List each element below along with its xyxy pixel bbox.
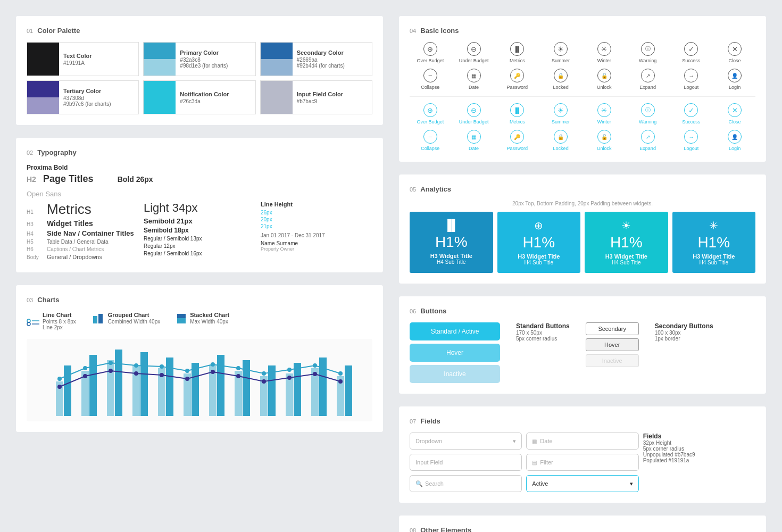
typography-title: 02 Typography — [27, 148, 372, 156]
buttons-section: 06 Buttons Standard / Active Hover Inact… — [399, 296, 766, 394]
icon-over-budget-active: ⊕ Over Budget — [410, 103, 451, 124]
other-elements-section: 08 Other Elements Sliders -50% 50% — [399, 516, 766, 532]
svg-point-51 — [236, 374, 240, 378]
icon-unlock-active: 🔓 Unlock — [584, 130, 625, 151]
buttons-title: 06 Buttons — [410, 307, 755, 315]
icon-login-active: 👤 Login — [714, 130, 755, 151]
h3-row: H3 Widget Titles — [27, 219, 138, 228]
svg-point-43 — [338, 371, 343, 376]
buttons-layout: Standard / Active Hover Inactive Standar… — [410, 322, 755, 383]
color-swatch-text: Text Color #19191A — [27, 42, 139, 76]
analytics-note: 20px Top, Bottom Padding, 20px Padding b… — [410, 201, 755, 206]
icon-under-budget-active: ⊖ Under Budget — [453, 103, 495, 124]
svg-rect-21 — [217, 355, 224, 416]
standard-inactive-button: Inactive — [410, 365, 500, 383]
icon-unlock: 🔓 Unlock — [584, 69, 625, 90]
chart-visualization — [27, 339, 372, 421]
h2-row: H2 Page Titles Bold 26px — [27, 173, 372, 185]
typo-col2: Light 34px Semibold 21px Semibold 18px R… — [144, 201, 255, 262]
svg-point-40 — [262, 371, 266, 376]
svg-point-53 — [287, 376, 292, 380]
date-field[interactable]: ▦ Date — [526, 433, 638, 450]
line-chart-icon — [27, 315, 39, 326]
icon-collapse-active: − Collapse — [410, 130, 451, 151]
svg-rect-6 — [177, 318, 186, 323]
color-swatch-notification: Notification Color #26c3da — [143, 80, 255, 114]
secondary-hover-button[interactable]: Hover — [586, 338, 639, 351]
h1-row: H1 Metrics — [27, 201, 138, 218]
svg-rect-7 — [177, 314, 186, 318]
color-swatch-input: Input Field Color #b7bac9 — [260, 80, 372, 114]
svg-rect-13 — [115, 350, 122, 416]
chart-meta: Line Chart Points 8 x 8px Line 2px — [27, 311, 372, 330]
svg-point-32 — [57, 377, 62, 381]
basic-icons-section: 04 Basic Icons ⊕ Over Budget ⊖ Under Bud… — [399, 16, 766, 162]
typo-grid: H1 Metrics H3 Widget Titles H4 Side Nav … — [27, 201, 372, 262]
icon-locked-active: 🔒 Locked — [540, 130, 581, 151]
icon-logout-active: → Logout — [671, 130, 712, 151]
svg-point-0 — [27, 319, 30, 322]
h4-row: H4 Side Nav / Container Titles — [27, 229, 138, 237]
svg-point-39 — [236, 366, 240, 370]
icon-warning-active: ⓘ Warning — [627, 103, 669, 124]
icons-row-1: ⊕ Over Budget ⊖ Under Budget ▐▌ Metrics … — [410, 42, 755, 151]
active-select[interactable]: Active ▾ — [526, 475, 638, 492]
color-palette-section: 01 Color Palette Text Color #19191A Prim… — [16, 16, 383, 125]
svg-rect-11 — [89, 355, 97, 416]
color-palette-title: 01 Color Palette — [27, 27, 372, 35]
left-panel: 01 Color Palette Text Color #19191A Prim… — [16, 16, 383, 532]
filter-field[interactable]: ▤ Filter — [526, 454, 638, 471]
dropdown-field[interactable]: Dropdown ▾ — [410, 433, 522, 450]
color-swatch-primary: Primary Color #32a3c8 #98d1e3 (for chart… — [143, 42, 255, 76]
icon-date: ▦ Date — [453, 69, 495, 90]
svg-point-52 — [262, 379, 266, 384]
color-swatch-tertiary: Tertiary Color #37308d #9b97c6 (for char… — [27, 80, 139, 114]
color-swatch-secondary: Secondary Color #2669aa #92b4d4 (for cha… — [260, 42, 372, 76]
icon-winter-active: ✳ Winter — [584, 103, 625, 124]
icon-winter: ✳ Winter — [584, 42, 625, 63]
opensans-label: Open Sans — [27, 190, 372, 198]
icon-logout: → Logout — [671, 69, 712, 90]
standard-active-button[interactable]: Standard / Active — [410, 322, 500, 340]
icon-summer: ☀ Summer — [540, 42, 581, 63]
other-elements-title: 08 Other Elements — [410, 526, 755, 532]
svg-point-50 — [211, 370, 215, 374]
icon-success-active: ✓ Success — [671, 103, 712, 124]
analytics-card-3: ☀ H1% H3 Widget Title H4 Sub Title — [585, 212, 668, 273]
fields-col1: Dropdown ▾ Input Field 🔍 Search — [410, 433, 522, 492]
swatch-block-text — [27, 43, 59, 76]
svg-point-37 — [185, 369, 189, 373]
search-field[interactable]: 🔍 Search — [410, 475, 522, 492]
color-grid: Text Color #19191A Primary Color #32a3c8… — [27, 42, 372, 114]
stacked-chart-icon — [176, 312, 187, 325]
icon-metrics: ▐▌ Metrics — [497, 42, 538, 63]
icon-metrics-active: ▐▌ Metrics — [497, 103, 538, 124]
svg-rect-29 — [319, 358, 327, 416]
svg-point-35 — [134, 363, 138, 368]
icon-login: 👤 Login — [714, 69, 755, 90]
svg-point-36 — [160, 364, 164, 369]
svg-rect-9 — [64, 365, 71, 416]
icon-collapse: − Collapse — [410, 69, 451, 90]
secondary-buttons-stack: Secondary Hover Inactive — [586, 322, 639, 367]
charts-title: 03 Charts — [27, 296, 372, 304]
basic-icons-title: 04 Basic Icons — [410, 27, 755, 35]
typography-section: 02 Typography Proxima Bold H2 Page Title… — [16, 138, 383, 272]
fields-section: 07 Fields Dropdown ▾ Input Field 🔍 Searc… — [399, 406, 766, 503]
standard-hover-button[interactable]: Hover — [410, 344, 500, 362]
icon-warning: ⓘ Warning — [627, 42, 669, 63]
input-field[interactable]: Input Field — [410, 454, 522, 471]
icon-close: ✕ Close — [714, 42, 755, 63]
svg-rect-27 — [294, 363, 301, 416]
secondary-active-button[interactable]: Secondary — [586, 322, 639, 335]
right-panel: 04 Basic Icons ⊕ Over Budget ⊖ Under Bud… — [399, 16, 766, 532]
icon-close-active: ✕ Close — [714, 103, 755, 124]
swatch-block-input — [261, 81, 293, 114]
icon-expand-active: ↗ Expand — [627, 130, 669, 151]
svg-point-47 — [134, 371, 138, 376]
icon-over-budget: ⊕ Over Budget — [410, 42, 451, 63]
icon-summer-active: ☀ Summer — [540, 103, 581, 124]
analytics-title: 05 Analytics — [410, 185, 755, 193]
swatch-block-secondary — [261, 43, 293, 76]
svg-point-42 — [313, 363, 317, 368]
